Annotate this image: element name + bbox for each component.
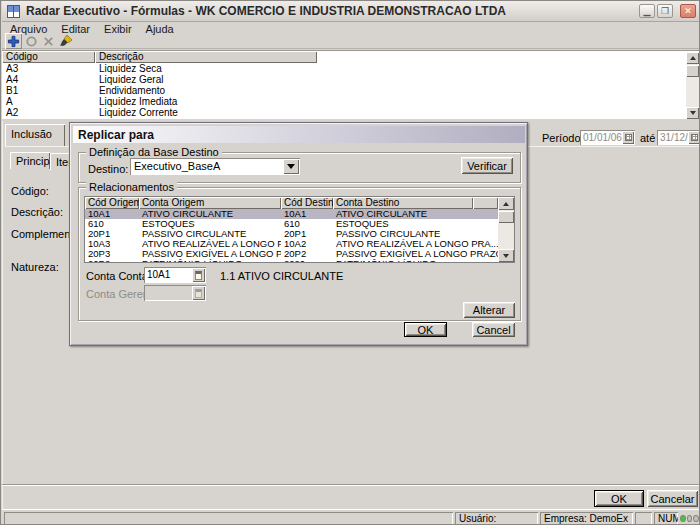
- circle-button[interactable]: [23, 33, 40, 49]
- add-button[interactable]: [5, 33, 22, 49]
- column-header-descricao[interactable]: Descrição: [95, 51, 317, 63]
- calendar-icon[interactable]: [622, 131, 634, 144]
- status-leds: [680, 512, 700, 525]
- period-start-field[interactable]: 01/01/06: [580, 130, 635, 145]
- status-empty-cell: [635, 512, 652, 525]
- destino-group-label: Definição da Base Destino: [86, 146, 222, 158]
- col-conta-origem[interactable]: Conta Origem: [139, 197, 281, 209]
- conta-contabil-desc: 1.1 ATIVO CIRCULANTE: [220, 270, 343, 282]
- conta-contabil-field[interactable]: 10A1: [144, 267, 206, 283]
- dialog-title-bar[interactable]: Replicar para: [73, 126, 525, 143]
- scroll-down-icon[interactable]: [498, 249, 514, 262]
- menu-bar: Arquivo Editar Exibir Ajuda: [2, 23, 700, 35]
- ledger-icon: [195, 271, 202, 280]
- verificar-button[interactable]: Verificar: [461, 157, 513, 174]
- delete-button[interactable]: [40, 33, 57, 49]
- add-icon: [7, 35, 20, 48]
- formula-list: Código Descrição A3Liquidez Seca A4Liqui…: [2, 50, 700, 119]
- list-item[interactable]: A2Liquidez Corrente: [2, 107, 682, 118]
- ledger-icon: [195, 289, 202, 298]
- list-item[interactable]: A3Liquidez Seca: [2, 63, 682, 74]
- status-message-cell: [4, 512, 453, 525]
- list-item[interactable]: B1Endividamento: [2, 85, 682, 96]
- chevron-down-icon[interactable]: [283, 159, 299, 174]
- scroll-up-icon[interactable]: [686, 52, 699, 64]
- relacionamentos-table: Cód Origem Conta Origem Cód Destino Cont…: [84, 196, 515, 263]
- window-title: Radar Executivo - Fórmulas - WK COMERCIO…: [26, 4, 506, 18]
- destino-label: Destino:: [88, 163, 128, 175]
- status-bar: Usuário: Empresa: DemoEx NUM: [2, 509, 700, 525]
- delete-icon: [42, 35, 55, 48]
- brush-icon: [59, 34, 73, 48]
- circle-icon: [25, 35, 38, 48]
- destino-combobox[interactable]: Executivo_BaseA: [130, 158, 300, 175]
- codigo-label: Código:: [11, 185, 49, 197]
- relacionamentos-group-label: Relacionamentos: [86, 181, 177, 193]
- tab-principal[interactable]: Principal: [10, 152, 50, 169]
- list-scrollbar[interactable]: [686, 52, 699, 119]
- table-row[interactable]: 10A1ATIVO CIRCULANTE10A1ATIVO CIRCULANTE: [85, 209, 498, 219]
- app-window: Radar Executivo - Fórmulas - WK COMERCIO…: [0, 0, 700, 525]
- dialog-title: Replicar para: [78, 128, 154, 142]
- replicar-para-dialog: Replicar para Definição da Base Destino …: [69, 122, 528, 346]
- lookup-button[interactable]: [192, 268, 205, 282]
- brush-button[interactable]: [57, 33, 74, 49]
- close-button[interactable]: ✕: [680, 4, 696, 18]
- scroll-up-icon[interactable]: [498, 197, 514, 210]
- app-icon: [7, 5, 20, 18]
- restore-button[interactable]: ❐: [657, 4, 673, 18]
- title-bar: Radar Executivo - Fórmulas - WK COMERCIO…: [2, 1, 700, 22]
- list-item[interactable]: A4Liquidez Geral: [2, 74, 682, 85]
- status-usuario: Usuário:: [455, 512, 538, 525]
- period-label: Período:: [542, 132, 584, 144]
- list-item[interactable]: ALiquidez Imediata: [2, 96, 682, 107]
- status-gray-icon: [693, 515, 699, 522]
- main-ok-button[interactable]: OK: [594, 490, 644, 507]
- conta-gerencial-field: [144, 285, 206, 301]
- menu-ajuda[interactable]: Ajuda: [146, 23, 174, 35]
- col-stub: [473, 197, 498, 209]
- alterar-button[interactable]: Alterar: [463, 302, 515, 318]
- col-cod-destino[interactable]: Cód Destino: [281, 197, 333, 209]
- period-end-field[interactable]: 31/12/07: [657, 130, 700, 145]
- scroll-thumb[interactable]: [686, 65, 699, 77]
- col-conta-destino[interactable]: Conta Destino: [333, 197, 473, 209]
- table-scrollbar[interactable]: [498, 197, 514, 262]
- scroll-down-icon[interactable]: [686, 107, 699, 119]
- table-row[interactable]: 20P1PASSIVO CIRCULANTE20P1PASSIVO CIRCUL…: [85, 229, 498, 239]
- descricao-label: Descrição:: [11, 206, 63, 218]
- calendar-icon[interactable]: [688, 131, 700, 144]
- natureza-label: Natureza:: [11, 261, 59, 273]
- column-header-codigo[interactable]: Código: [2, 51, 95, 63]
- status-green-icon: [680, 515, 686, 522]
- tab-inclusao[interactable]: Inclusão: [5, 124, 65, 147]
- menu-exibir[interactable]: Exibir: [104, 23, 132, 35]
- main-cancel-button[interactable]: Cancelar: [647, 490, 698, 507]
- dialog-ok-button[interactable]: OK: [404, 322, 447, 337]
- table-row[interactable]: 610ESTOQUES610ESTOQUES: [85, 219, 498, 229]
- status-empresa: Empresa: DemoEx: [540, 512, 633, 525]
- minimize-button[interactable]: ▁: [639, 4, 655, 18]
- table-row[interactable]: 20P3PASSIVO EXIGÍVEL A LONGO PRAZO20P2PA…: [85, 249, 498, 259]
- table-row[interactable]: 10A3ATIVO REALIZÁVEL A LONGO PRA...10A2A…: [85, 239, 498, 249]
- table-row[interactable]: 20P2PATRIMÔNIO LÍQUIDO2020PATRIMÔNIO LÍQ…: [85, 259, 498, 263]
- scroll-thumb[interactable]: [498, 211, 514, 223]
- toolbar: [2, 35, 700, 49]
- col-cod-origem[interactable]: Cód Origem: [85, 197, 139, 209]
- status-num: NUM: [654, 512, 678, 525]
- period-until-label: até: [640, 132, 655, 144]
- dialog-cancel-button[interactable]: Cancel: [472, 322, 515, 337]
- lookup-button-disabled: [192, 286, 205, 300]
- status-gray-icon: [687, 515, 693, 522]
